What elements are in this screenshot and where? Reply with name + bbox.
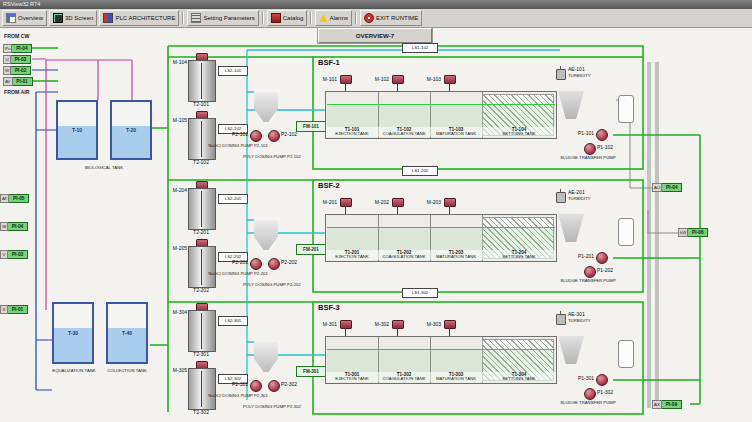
level-switch: LS1-202 [402,166,438,176]
tank-group-caption: BIOLOGICAL TANK [52,165,156,170]
chemical-tank[interactable] [188,118,216,160]
mixer-motor-icon[interactable] [392,198,404,207]
mixer-label: M-302 [363,322,389,327]
button-label: 3D Screen [65,15,93,21]
pump-label: P1-201 [566,254,594,259]
sludge-hopper[interactable] [558,91,584,119]
io-tag-inlet-4[interactable]: AV PI-01 [3,77,33,86]
mixer-label: M-202 [363,200,389,205]
chemical-tank[interactable] [188,188,216,230]
toolbar-separator [310,12,312,24]
mixer-motor-icon[interactable] [444,198,456,207]
overview-button[interactable]: Overview [2,10,47,26]
chemical-tank[interactable] [188,310,216,352]
toolbar-separator [355,12,357,24]
sludge-pump-icon[interactable] [584,143,596,155]
button-label: PLC ARCHITECTURE [115,15,175,21]
level-switch: LS1-102 [402,43,438,53]
dosing-pump-icon[interactable] [250,130,262,142]
filter-column[interactable] [618,340,634,368]
chemical-tank[interactable] [188,60,216,102]
io-tag-inlet-1[interactable]: Pu PI-04 [3,44,32,53]
mixer-motor-icon[interactable] [444,75,456,84]
pump-label: P1-102 [597,145,625,150]
level-switch: LS2-201 [218,194,248,204]
catalog-button[interactable]: Catalog [267,10,308,26]
tank-label: T2-202 [180,288,222,293]
sludge-pump-icon[interactable] [596,374,608,386]
filter-column[interactable] [618,218,634,246]
exit-runtime-button[interactable]: EXIT RUNTIME [360,10,422,26]
sludge-pump-icon[interactable] [584,388,596,400]
mixer-label: M-201 [311,200,337,205]
mixer-motor-icon[interactable] [444,320,456,329]
io-tag-side-4[interactable]: X PI-01 [0,305,28,314]
chemical-tank[interactable] [188,246,216,288]
overview-7-button[interactable]: OVERVIEW-7 [318,28,432,43]
analyzer-sensor-icon[interactable] [556,69,566,80]
dosing-pump-icon[interactable] [268,258,280,270]
pump-caption: NaOCl DOSING PUMP P2-101 [208,143,268,148]
bsf-unit-1: BSF-1 LS1-102 FM-101 M-101 M-102 M-103 T… [290,43,722,168]
from-air-label: FROM AIR [4,89,29,95]
plc-architecture-button[interactable]: PLC ARCHITECTURE [99,10,179,26]
sludge-pump-icon[interactable] [584,266,596,278]
dosing-unit-1: M-104 T2-101 LS2-101 M-105 T2-102 LS2-10… [160,52,310,166]
sludge-pump-icon[interactable] [596,252,608,264]
mixer-motor-icon[interactable] [340,320,352,329]
tag-prefix: X [0,305,8,314]
mixer-label: M-304 [163,310,187,315]
biological-tank-2: T-20 [110,100,152,160]
chemical-tank[interactable] [188,368,216,410]
dosing-hopper[interactable] [254,342,278,372]
biological-tank-1: T-10 [56,100,98,160]
dosing-pump-icon[interactable] [250,380,262,392]
pump-label: P1-101 [566,131,594,136]
io-tag-side-3[interactable]: V PI-03 [0,250,28,259]
equalization-tank-2: T-40 [106,302,148,364]
sludge-pump-icon[interactable] [596,129,608,141]
pump-label: P1-302 [597,390,625,395]
filter-column[interactable] [618,95,634,123]
io-tag-side-1[interactable]: AT PI-05 [0,194,29,203]
tag-value: PI-03 [8,250,28,259]
flow-meter[interactable]: FM-301 [296,366,326,377]
flow-meter[interactable]: FM-101 [296,121,326,132]
setting-parameters-button[interactable]: Setting Parameters [187,10,258,26]
monitor-icon [53,13,63,23]
equalization-tank-1: T-30 [52,302,94,364]
sludge-hopper[interactable] [558,336,584,364]
io-tag-side-2[interactable]: M PI-04 [0,222,28,231]
analyzer-sensor-icon[interactable] [556,192,566,203]
dosing-pump-icon[interactable] [268,130,280,142]
analyzer-label: AE-201 [568,190,598,195]
io-tag-inlet-2[interactable]: U PI-03 [3,55,31,64]
dosing-hopper[interactable] [254,92,278,122]
tank-group-caption: EQUALIZATION TANK [48,368,100,373]
tag-value: PI-04 [12,44,32,53]
flow-meter[interactable]: FM-201 [296,244,326,255]
mixer-motor-icon[interactable] [340,198,352,207]
alarm-bell-icon [319,14,327,22]
tank-group-equalization: T-30 T-40 EQUALIZATION TANK COLLECTION T… [48,298,153,384]
io-tag-inlet-3[interactable]: W PI-02 [3,66,31,75]
sludge-hopper[interactable] [558,214,584,242]
tag-value: PI-01 [13,77,33,86]
dosing-hopper[interactable] [254,220,278,250]
alarms-button[interactable]: Alarms [315,10,352,26]
tag-value: PI-05 [9,194,29,203]
dosing-pump-icon[interactable] [250,258,262,270]
analyzer-sensor-icon[interactable] [556,314,566,325]
dosing-pump-icon[interactable] [268,380,280,392]
mixer-motor-icon[interactable] [392,75,404,84]
mixer-label: M-102 [363,77,389,82]
mixer-motor-icon[interactable] [392,320,404,329]
tank-label: T2-102 [180,160,222,165]
book-icon [271,13,281,23]
mixer-label: M-105 [163,118,187,123]
tag-value: PI-04 [8,222,28,231]
pump-caption: NaOCl DOSING PUMP P2-301 [208,393,268,398]
mixer-label: M-303 [415,322,441,327]
3d-screen-button[interactable]: 3D Screen [49,10,97,26]
mixer-motor-icon[interactable] [340,75,352,84]
